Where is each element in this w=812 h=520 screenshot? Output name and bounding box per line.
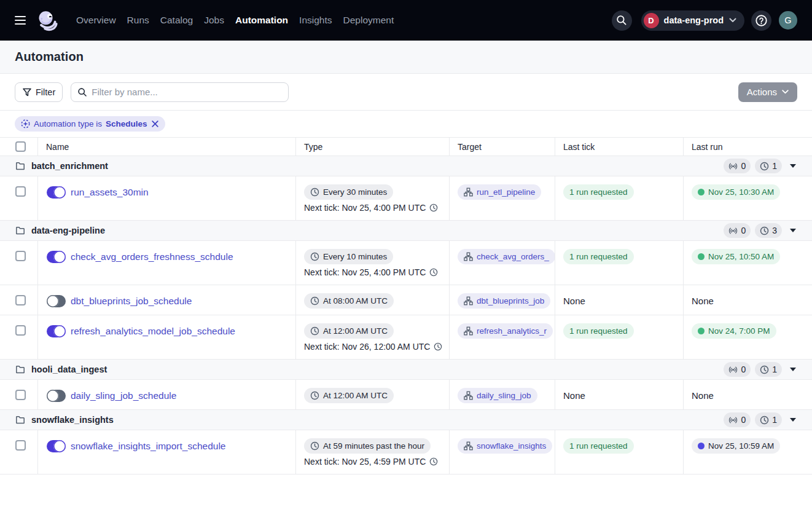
checkbox-cell — [0, 380, 37, 409]
menu-icon[interactable] — [15, 16, 26, 25]
last-run-chip[interactable]: Nov 25, 10:59 AM — [692, 438, 780, 454]
toolbar: Filter Actions — [0, 74, 812, 111]
schedule-type-label: Every 10 minutes — [323, 252, 387, 261]
schedule-row: run_assets_30min Every 30 minutes Next t… — [0, 176, 812, 221]
last-tick-chip[interactable]: 1 run requested — [563, 249, 634, 264]
group-name: data-eng-pipeline — [31, 226, 105, 235]
nav-link-deployment[interactable]: Deployment — [343, 12, 394, 28]
target-chip[interactable]: daily_sling_job — [458, 388, 537, 403]
collapse-caret-icon[interactable] — [790, 164, 796, 168]
schedule-name-link[interactable]: dbt_blueprints_job_schedule — [71, 296, 192, 307]
automation-type-filter-chip[interactable]: Automation type is Schedules — [15, 116, 165, 132]
last-tick-label: 1 run requested — [569, 252, 628, 261]
checkbox-cell — [0, 138, 37, 156]
last-run-none: None — [692, 296, 714, 306]
schedule-row: dbt_blueprints_job_schedule At 08:00 AM … — [0, 285, 812, 315]
actions-button[interactable]: Actions — [738, 82, 797, 102]
last-run-label: Nov 24, 7:00 PM — [708, 326, 770, 336]
next-tick-text: Next tick: Nov 26, 12:00 AM UTC — [304, 342, 430, 352]
row-checkbox[interactable] — [15, 440, 26, 451]
schedule-toggle[interactable] — [47, 390, 66, 402]
type-cell: At 12:00 AM UTC — [295, 380, 449, 409]
column-header-name: Name — [37, 138, 295, 156]
checkbox-cell — [0, 315, 37, 359]
last-run-label: Nov 25, 10:30 AM — [708, 187, 774, 197]
deployment-avatar: D — [644, 13, 659, 28]
help-icon — [755, 14, 768, 27]
nav-link-runs[interactable]: Runs — [127, 12, 149, 28]
job-icon — [464, 326, 473, 336]
clock-icon — [429, 268, 438, 277]
schedule-name-link[interactable]: run_assets_30min — [71, 187, 149, 198]
last-run-chip[interactable]: Nov 25, 10:30 AM — [692, 184, 780, 200]
nav-link-overview[interactable]: Overview — [76, 12, 116, 28]
target-chip[interactable]: snowflake_insights — [458, 438, 552, 454]
nav-link-automation[interactable]: Automation — [235, 12, 288, 28]
last-tick-chip[interactable]: 1 run requested — [563, 438, 634, 454]
last-run-cell: None — [683, 285, 812, 315]
schedule-toggle[interactable] — [47, 440, 66, 452]
schedule-name-link[interactable]: check_avg_orders_freshness_schdule — [71, 251, 233, 262]
clock-icon — [760, 365, 769, 374]
filter-button[interactable]: Filter — [15, 82, 63, 102]
help-button[interactable] — [751, 10, 771, 31]
schedule-name-link[interactable]: snowflake_insights_import_schedule — [71, 441, 225, 452]
group-name: batch_enrichment — [31, 161, 108, 171]
search-icon — [77, 87, 87, 97]
collapse-caret-icon[interactable] — [790, 418, 796, 422]
schedule-name-link[interactable]: refresh_analytics_model_job_schedule — [71, 326, 235, 337]
row-checkbox[interactable] — [15, 251, 26, 261]
table-header-row: Name Type Target Last tick Last run — [0, 138, 812, 156]
deployment-switcher[interactable]: D data-eng-prod — [641, 10, 744, 31]
actions-button-label: Actions — [747, 87, 777, 97]
last-tick-cell: 1 run requested — [555, 176, 683, 220]
folder-icon — [15, 415, 25, 425]
schedule-toggle[interactable] — [47, 325, 66, 337]
schedule-toggle[interactable] — [47, 295, 66, 307]
row-checkbox[interactable] — [15, 295, 26, 305]
last-tick-none: None — [563, 390, 585, 401]
row-checkbox[interactable] — [15, 186, 26, 197]
row-checkbox[interactable] — [15, 390, 26, 400]
target-chip[interactable]: dbt_blueprints_job — [458, 293, 550, 309]
collapse-caret-icon[interactable] — [790, 368, 796, 371]
job-icon — [464, 391, 473, 400]
schedule-row: snowflake_insights_import_schedule At 59… — [0, 430, 812, 475]
last-run-cell: Nov 25, 10:50 AM — [683, 241, 812, 285]
schedule-type-chip: At 12:00 AM UTC — [304, 388, 394, 403]
user-avatar[interactable]: G — [779, 11, 797, 30]
schedule-toggle[interactable] — [47, 186, 66, 199]
schedule-name-link[interactable]: daily_sling_job_schedule — [71, 390, 176, 401]
last-tick-chip[interactable]: 1 run requested — [563, 323, 634, 339]
target-chip[interactable]: run_etl_pipeline — [458, 184, 541, 200]
last-tick-chip[interactable]: 1 run requested — [563, 184, 634, 200]
last-run-label: Nov 25, 10:59 AM — [708, 441, 774, 451]
group-name: snowflake_insights — [31, 415, 114, 425]
schedule-count: 1 — [772, 415, 777, 425]
target-chip[interactable]: refresh_analytics_r — [458, 323, 553, 339]
last-run-chip[interactable]: Nov 24, 7:00 PM — [692, 323, 776, 339]
name-filter-input[interactable] — [92, 87, 282, 97]
target-chip[interactable]: check_avg_orders_ — [458, 249, 555, 264]
row-checkbox[interactable] — [15, 325, 26, 336]
dagster-logo[interactable] — [36, 9, 59, 32]
automation-condition-icon — [21, 119, 30, 128]
schedule-type-label: At 08:00 AM UTC — [323, 296, 388, 305]
schedule-count: 1 — [772, 161, 777, 171]
nav-link-jobs[interactable]: Jobs — [204, 12, 224, 28]
target-cell: run_etl_pipeline — [449, 176, 555, 220]
nav-link-insights[interactable]: Insights — [299, 12, 332, 28]
select-all-checkbox[interactable] — [15, 141, 26, 152]
nav-link-catalog[interactable]: Catalog — [160, 12, 193, 28]
run-status-dot — [698, 189, 705, 195]
last-run-chip[interactable]: Nov 25, 10:50 AM — [692, 249, 780, 264]
collapse-caret-icon[interactable] — [790, 229, 796, 232]
filter-button-label: Filter — [36, 87, 55, 97]
last-run-cell: Nov 25, 10:30 AM — [683, 176, 812, 220]
schedule-toggle[interactable] — [47, 251, 66, 263]
run-status-dot — [698, 253, 705, 260]
search-button[interactable] — [612, 10, 632, 31]
clock-icon — [310, 441, 319, 451]
type-cell: At 59 minutes past the hour Next tick: N… — [295, 430, 449, 474]
close-icon[interactable] — [151, 120, 159, 128]
